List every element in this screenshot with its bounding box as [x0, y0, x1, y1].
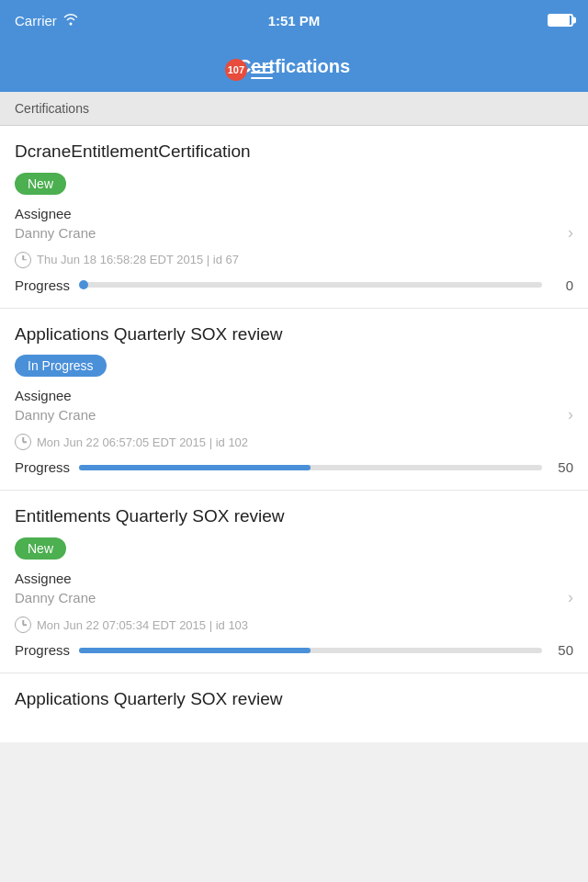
cert-item-4[interactable]: Applications Quarterly SOX review — [0, 673, 588, 742]
assignee-name-1: Danny Crane — [15, 225, 96, 241]
clock-icon-1 — [15, 252, 31, 268]
chevron-right-icon-3: › — [568, 588, 573, 607]
assignee-row-2[interactable]: Danny Crane › — [15, 405, 573, 424]
status-bar-left: Carrier — [15, 13, 79, 28]
progress-label-2: Progress — [15, 459, 70, 475]
menu-button[interactable] — [251, 66, 273, 79]
cert-title-4: Applications Quarterly SOX review — [15, 688, 573, 711]
progress-row-1: Progress 0 — [15, 277, 573, 293]
chevron-right-icon-2: › — [568, 405, 573, 424]
cert-title-3: Entitlements Quarterly SOX review — [15, 505, 573, 528]
progress-row-2: Progress 50 — [15, 459, 573, 475]
status-badge-2: In Progress — [15, 355, 107, 377]
status-bar-time: 1:51 PM — [268, 13, 321, 28]
assignee-row-3[interactable]: Danny Crane › — [15, 588, 573, 607]
header: 107 Certfications — [0, 40, 588, 92]
cert-item-1[interactable]: DcraneEntitlementCertification New Assig… — [0, 126, 588, 309]
assignee-row-1[interactable]: Danny Crane › — [15, 223, 573, 243]
progress-fill-2 — [79, 465, 311, 470]
progress-value-3: 50 — [551, 642, 573, 658]
breadcrumb: Certifications — [0, 92, 588, 126]
timestamp-row-3: Mon Jun 22 07:05:34 EDT 2015 | id 103 — [15, 616, 573, 633]
breadcrumb-label: Certifications — [15, 101, 89, 116]
assignee-name-3: Danny Crane — [15, 590, 96, 605]
status-badge-3: New — [15, 537, 66, 560]
progress-value-2: 50 — [551, 459, 573, 475]
timestamp-text-2: Mon Jun 22 06:57:05 EDT 2015 | id 102 — [37, 435, 248, 449]
assignee-label-3: Assignee — [15, 571, 573, 586]
timestamp-row-1: Thu Jun 18 16:58:28 EDT 2015 | id 67 — [15, 252, 573, 268]
status-bar: Carrier 1:51 PM — [0, 0, 588, 40]
status-bar-right — [548, 14, 573, 27]
progress-bar-1 — [79, 282, 542, 288]
carrier-label: Carrier — [15, 13, 57, 28]
progress-label-3: Progress — [15, 642, 70, 658]
progress-value-1: 0 — [551, 277, 573, 293]
progress-fill-3 — [79, 648, 311, 653]
battery-icon — [548, 14, 573, 27]
clock-icon-3 — [15, 616, 31, 633]
cert-item-2[interactable]: Applications Quarterly SOX review In Pro… — [0, 309, 588, 492]
timestamp-text-1: Thu Jun 18 16:58:28 EDT 2015 | id 67 — [37, 253, 239, 266]
content: DcraneEntitlementCertification New Assig… — [0, 126, 588, 742]
cert-item-3[interactable]: Entitlements Quarterly SOX review New As… — [0, 491, 588, 673]
progress-dot-1 — [79, 280, 88, 289]
clock-icon-2 — [15, 434, 31, 450]
cert-title-2: Applications Quarterly SOX review — [15, 323, 573, 346]
assignee-name-2: Danny Crane — [15, 407, 96, 423]
progress-row-3: Progress 50 — [15, 642, 573, 658]
cert-title-1: DcraneEntitlementCertification — [15, 141, 573, 164]
wifi-icon — [62, 13, 79, 28]
assignee-label-1: Assignee — [15, 206, 573, 221]
timestamp-row-2: Mon Jun 22 06:57:05 EDT 2015 | id 102 — [15, 434, 573, 450]
progress-bar-3 — [79, 648, 542, 653]
assignee-label-2: Assignee — [15, 388, 573, 403]
chevron-right-icon-1: › — [568, 223, 573, 243]
progress-bar-2 — [79, 465, 542, 470]
notification-badge: 107 — [225, 59, 247, 81]
status-badge-1: New — [15, 173, 66, 195]
progress-label-1: Progress — [15, 277, 70, 293]
timestamp-text-3: Mon Jun 22 07:05:34 EDT 2015 | id 103 — [37, 618, 248, 632]
